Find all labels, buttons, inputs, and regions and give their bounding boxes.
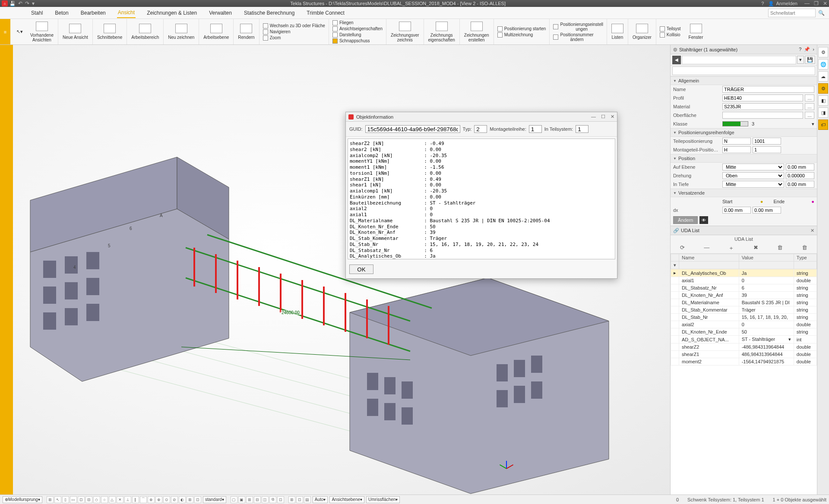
profil-browse-button[interactable]: … [805,94,814,101]
snap-15[interactable]: ⊕ [155,496,162,503]
section-position[interactable]: Position [671,154,817,163]
search-icon[interactable]: 🔍 [818,10,825,16]
uda-close-icon[interactable]: ✕ [810,228,814,233]
menu-stahl[interactable]: Stahl [30,8,44,18]
uda-refresh-icon[interactable]: ⟳ [680,244,685,252]
menu-bearbeiten[interactable]: Bearbeiten [80,8,107,18]
uda-row[interactable]: axial10double [671,277,817,284]
close-icon[interactable]: ✕ [823,0,827,6]
uda-trash2-icon[interactable]: 🗑 [802,244,807,252]
uda-delete-icon[interactable]: ✖ [753,244,758,252]
uda-row[interactable]: DL_Knoten_Nr_Ende50string [671,328,817,336]
uda-minus-icon[interactable]: — [704,244,709,252]
dialog-minimize-icon[interactable]: — [591,114,596,120]
uda-row[interactable]: shearZ2-486,984313964844double [671,343,817,351]
snap-16[interactable]: ⊙ [163,496,170,503]
snap-9[interactable]: △ [109,496,116,503]
sel-4[interactable]: ⊟ [254,496,261,503]
minimize-icon[interactable]: — [804,0,810,6]
uda-table[interactable]: Name Value Type ▾ ▸DL_Analytisches_ObJas… [671,254,817,495]
rb-arbeitsebene[interactable]: Arbeitsebene [199,19,234,44]
snap-13[interactable]: ⌒ [140,496,147,503]
uda-row[interactable]: shearZ1486,984313964844double [671,351,817,358]
nav-back-button[interactable]: ◀ [672,56,681,64]
section-posreihen[interactable]: Positionierungsreihenfolge [671,128,817,137]
menu-verwalten[interactable]: Verwalten [208,8,233,18]
viewport-3d[interactable]: 24600.00 6 5 4 A Objektinformation — ☐ ✕… [13,45,670,495]
menu-trimble[interactable]: Trimble Connect [306,8,345,18]
menu-beton[interactable]: Beton [54,8,69,18]
montage-num-input[interactable] [753,146,781,153]
uda-row[interactable]: axial20double [671,321,817,328]
montage-prefix-input[interactable] [722,146,751,153]
snap-18[interactable]: ◐ [179,496,186,503]
typ-input[interactable] [474,125,487,133]
panel-collapse-icon[interactable]: › [813,47,814,52]
maximize-icon[interactable]: ❐ [814,0,819,6]
sel-1[interactable]: ▢ [231,496,237,503]
profil-input[interactable] [722,94,803,101]
save-icon[interactable]: 💾 [9,1,16,6]
sidestrip-btn-1[interactable]: ⚙ [818,47,828,57]
panel-help-icon[interactable]: ? [799,47,801,52]
rb-pos-starten[interactable]: Positionierung starten [497,26,546,32]
panel-pin-icon[interactable]: 📌 [804,47,810,52]
fil-3[interactable]: ▤ [304,496,311,503]
snap-10[interactable]: ✕ [117,496,123,503]
dialog-titlebar[interactable]: Objektinformation — ☐ ✕ [346,112,617,122]
uda-trash-icon[interactable]: 🗑 [777,244,783,252]
snap-19[interactable]: ⊞ [187,496,193,503]
umriss-selector[interactable]: Umrissflächen ▾ [366,496,400,503]
rb-zoom[interactable]: Zoom [263,35,281,41]
uda-row[interactable]: moment2-1564,14794921875double [671,358,817,365]
ribbon-handle[interactable]: ≡ [0,19,10,44]
ansichtsebene-selector[interactable]: Ansichtsebene ▾ [329,496,364,503]
help-icon[interactable]: ? [761,1,764,6]
snap-6[interactable]: ⊟ [85,496,92,503]
intiefe-select[interactable]: Mitte [722,181,784,188]
rb-wechseln-3d[interactable]: Wechseln zu 3D oder Fläche [263,23,325,28]
preset-selector[interactable] [682,56,796,64]
uda-row[interactable]: DL_Stab_Nr15, 16, 17, 18, 19, 20,string [671,314,817,321]
dx-start-input[interactable] [722,207,751,214]
sel-7[interactable]: ⊡ [277,496,284,503]
dialog-body-text[interactable] [348,139,615,259]
snap-20[interactable]: ⊡ [194,496,201,503]
rb-rendern[interactable]: Rendern [234,19,259,44]
rb-fliegen[interactable]: Fliegen [332,20,354,25]
snap-8[interactable]: ○ [101,496,108,503]
auto-selector[interactable]: Auto ▾ [313,496,328,503]
sidestrip-btn-3[interactable]: ☁ [818,71,828,82]
menu-zeichnungen[interactable]: Zeichnungen & Listen [146,8,198,18]
montage-input[interactable] [529,125,542,133]
panel-search-input[interactable] [672,66,815,75]
name-input[interactable] [722,86,814,93]
rb-neue-ansicht[interactable]: Neue Ansicht [58,19,93,44]
drehung-select[interactable]: Oben [722,172,784,179]
apply-button[interactable]: Ändern [673,216,698,224]
rb-zeichnungen-erstellen[interactable]: Zeichnungen erstellen [460,19,494,44]
uda-row[interactable]: DL_Knoten_Nr_Anf39string [671,292,817,299]
rb-ansichtseig[interactable]: Ansichtseigenschaften [332,26,383,32]
rb-schnittebene[interactable]: Schnittebene [93,19,127,44]
oberflaeche-input[interactable] [722,112,803,119]
uda-row[interactable]: DL_Stab_KommentarTrägerstring [671,306,817,314]
menu-ansicht[interactable]: Ansicht [117,8,136,18]
snap-5[interactable]: ⊡ [78,496,85,503]
section-versatz[interactable]: Versatzende [671,189,817,197]
dx-end-input[interactable] [753,207,781,214]
sidestrip-btn-5[interactable]: ◧ [818,95,828,106]
rb-pos-einstellungen[interactable]: Positionierungseinstell ungen [553,22,603,32]
uda-row[interactable]: AD_S_OBJECT_NA...ST - Stahlträger ▾int [671,336,817,343]
standard-selector[interactable]: standard ▾ [203,496,226,503]
undo-icon[interactable]: ↶ [18,0,22,6]
snap-11[interactable]: ⊥ [124,496,131,503]
aufebene-val[interactable] [786,164,814,170]
material-input[interactable] [722,103,803,110]
visibility-toggle[interactable]: 👁 [699,216,708,224]
drehung-val[interactable] [786,172,814,179]
aufebene-select[interactable]: Mitte [722,164,784,170]
rb-kollision[interactable]: Kollisio [660,32,680,38]
uda-row[interactable]: ▸DL_Analytisches_ObJastring [671,269,817,277]
fil-2[interactable]: ⊡ [296,496,303,503]
